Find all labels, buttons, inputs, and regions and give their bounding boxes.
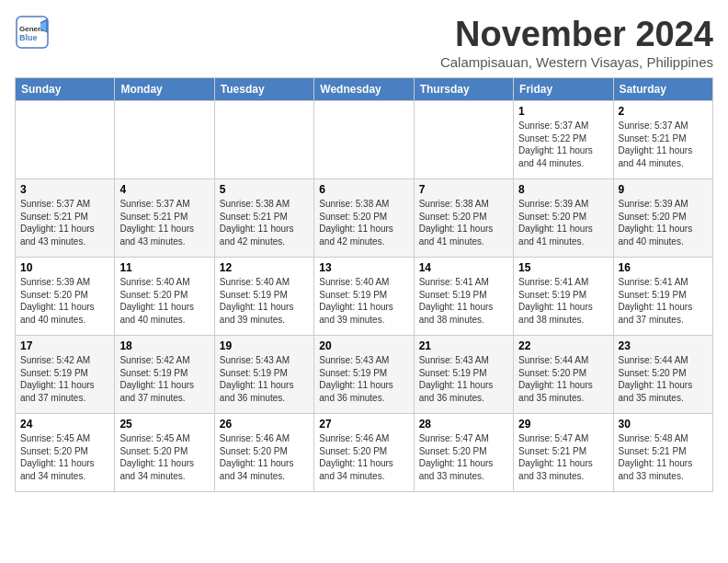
day-info: Sunrise: 5:47 AM Sunset: 5:21 PM Dayligh… [518, 432, 608, 482]
calendar-cell: 29Sunrise: 5:47 AM Sunset: 5:21 PM Dayli… [514, 414, 613, 492]
day-info: Sunrise: 5:37 AM Sunset: 5:22 PM Dayligh… [518, 120, 608, 169]
day-info: Sunrise: 5:43 AM Sunset: 5:19 PM Dayligh… [220, 354, 309, 404]
calendar-cell: 8Sunrise: 5:39 AM Sunset: 5:20 PM Daylig… [514, 179, 613, 258]
title-block: November 2024 Calampisauan, Western Visa… [440, 15, 713, 70]
day-number: 16 [619, 261, 708, 274]
page-header: General Blue November 2024 Calampisauan,… [15, 15, 713, 70]
calendar-cell: 17Sunrise: 5:42 AM Sunset: 5:19 PM Dayli… [16, 336, 115, 414]
day-header-thursday: Thursday [414, 78, 513, 101]
location-title: Calampisauan, Western Visayas, Philippin… [440, 54, 713, 70]
calendar-cell [214, 101, 313, 179]
day-number: 10 [20, 261, 109, 274]
day-info: Sunrise: 5:47 AM Sunset: 5:20 PM Dayligh… [419, 432, 508, 482]
day-info: Sunrise: 5:45 AM Sunset: 5:20 PM Dayligh… [119, 432, 209, 482]
day-info: Sunrise: 5:46 AM Sunset: 5:20 PM Dayligh… [220, 432, 309, 482]
calendar-cell [414, 101, 513, 179]
day-info: Sunrise: 5:41 AM Sunset: 5:19 PM Dayligh… [619, 276, 708, 326]
day-number: 25 [119, 418, 209, 431]
calendar-cell [16, 101, 115, 179]
calendar-cell: 21Sunrise: 5:43 AM Sunset: 5:19 PM Dayli… [414, 336, 513, 414]
calendar-cell: 28Sunrise: 5:47 AM Sunset: 5:20 PM Dayli… [414, 414, 513, 492]
day-info: Sunrise: 5:37 AM Sunset: 5:21 PM Dayligh… [119, 198, 209, 247]
day-info: Sunrise: 5:37 AM Sunset: 5:21 PM Dayligh… [619, 120, 708, 169]
day-number: 23 [619, 339, 708, 352]
day-number: 6 [319, 183, 408, 196]
calendar-cell: 1Sunrise: 5:37 AM Sunset: 5:22 PM Daylig… [514, 101, 613, 179]
day-info: Sunrise: 5:39 AM Sunset: 5:20 PM Dayligh… [619, 198, 708, 247]
day-number: 26 [220, 418, 309, 431]
day-info: Sunrise: 5:44 AM Sunset: 5:20 PM Dayligh… [518, 354, 608, 404]
logo-icon: General Blue [15, 15, 50, 53]
calendar-cell: 25Sunrise: 5:45 AM Sunset: 5:20 PM Dayli… [115, 414, 214, 492]
calendar-cell [314, 101, 414, 179]
day-number: 28 [419, 418, 508, 431]
day-info: Sunrise: 5:40 AM Sunset: 5:20 PM Dayligh… [119, 276, 209, 326]
calendar-cell: 20Sunrise: 5:43 AM Sunset: 5:19 PM Dayli… [314, 336, 414, 414]
calendar-cell: 10Sunrise: 5:39 AM Sunset: 5:20 PM Dayli… [16, 258, 115, 336]
calendar-cell: 2Sunrise: 5:37 AM Sunset: 5:21 PM Daylig… [613, 101, 712, 179]
day-header-sunday: Sunday [16, 78, 115, 101]
calendar-cell: 22Sunrise: 5:44 AM Sunset: 5:20 PM Dayli… [514, 336, 613, 414]
calendar-cell: 5Sunrise: 5:38 AM Sunset: 5:21 PM Daylig… [214, 179, 313, 258]
day-info: Sunrise: 5:39 AM Sunset: 5:20 PM Dayligh… [20, 276, 109, 326]
day-number: 21 [419, 339, 508, 352]
day-number: 4 [119, 183, 209, 196]
day-number: 13 [319, 261, 408, 274]
calendar-cell: 4Sunrise: 5:37 AM Sunset: 5:21 PM Daylig… [115, 179, 214, 258]
calendar-cell: 13Sunrise: 5:40 AM Sunset: 5:19 PM Dayli… [314, 258, 414, 336]
day-header-friday: Friday [514, 78, 613, 101]
calendar-cell: 26Sunrise: 5:46 AM Sunset: 5:20 PM Dayli… [214, 414, 313, 492]
day-info: Sunrise: 5:42 AM Sunset: 5:19 PM Dayligh… [20, 354, 109, 404]
day-number: 30 [619, 418, 708, 431]
day-info: Sunrise: 5:41 AM Sunset: 5:19 PM Dayligh… [419, 276, 508, 326]
svg-text:Blue: Blue [19, 33, 38, 42]
day-info: Sunrise: 5:39 AM Sunset: 5:20 PM Dayligh… [518, 198, 608, 247]
calendar-cell: 3Sunrise: 5:37 AM Sunset: 5:21 PM Daylig… [16, 179, 115, 258]
day-info: Sunrise: 5:43 AM Sunset: 5:19 PM Dayligh… [419, 354, 508, 404]
day-number: 17 [20, 339, 109, 352]
month-title: November 2024 [440, 15, 713, 54]
day-number: 15 [518, 261, 608, 274]
day-number: 11 [119, 261, 209, 274]
day-number: 24 [20, 418, 109, 431]
day-header-tuesday: Tuesday [214, 78, 313, 101]
day-info: Sunrise: 5:38 AM Sunset: 5:20 PM Dayligh… [319, 198, 408, 247]
day-number: 20 [319, 339, 408, 352]
calendar-cell: 27Sunrise: 5:46 AM Sunset: 5:20 PM Dayli… [314, 414, 414, 492]
calendar-cell: 11Sunrise: 5:40 AM Sunset: 5:20 PM Dayli… [115, 258, 214, 336]
day-info: Sunrise: 5:48 AM Sunset: 5:21 PM Dayligh… [619, 432, 708, 482]
day-number: 9 [619, 183, 708, 196]
day-number: 12 [220, 261, 309, 274]
day-info: Sunrise: 5:40 AM Sunset: 5:19 PM Dayligh… [319, 276, 408, 326]
day-number: 22 [518, 339, 608, 352]
calendar-cell: 6Sunrise: 5:38 AM Sunset: 5:20 PM Daylig… [314, 179, 414, 258]
day-number: 8 [518, 183, 608, 196]
logo: General Blue [15, 15, 50, 53]
day-header-monday: Monday [115, 78, 214, 101]
calendar-cell: 24Sunrise: 5:45 AM Sunset: 5:20 PM Dayli… [16, 414, 115, 492]
calendar-cell: 18Sunrise: 5:42 AM Sunset: 5:19 PM Dayli… [115, 336, 214, 414]
calendar-cell: 9Sunrise: 5:39 AM Sunset: 5:20 PM Daylig… [613, 179, 712, 258]
day-header-saturday: Saturday [613, 78, 712, 101]
day-number: 1 [518, 105, 608, 118]
day-info: Sunrise: 5:38 AM Sunset: 5:20 PM Dayligh… [419, 198, 508, 247]
day-number: 18 [119, 339, 209, 352]
calendar-table: SundayMondayTuesdayWednesdayThursdayFrid… [15, 77, 713, 492]
day-info: Sunrise: 5:37 AM Sunset: 5:21 PM Dayligh… [20, 198, 109, 247]
calendar-cell [115, 101, 214, 179]
day-number: 3 [20, 183, 109, 196]
day-info: Sunrise: 5:42 AM Sunset: 5:19 PM Dayligh… [119, 354, 209, 404]
day-info: Sunrise: 5:40 AM Sunset: 5:19 PM Dayligh… [220, 276, 309, 326]
day-info: Sunrise: 5:46 AM Sunset: 5:20 PM Dayligh… [319, 432, 408, 482]
day-info: Sunrise: 5:44 AM Sunset: 5:20 PM Dayligh… [619, 354, 708, 404]
day-number: 19 [220, 339, 309, 352]
calendar-cell: 30Sunrise: 5:48 AM Sunset: 5:21 PM Dayli… [613, 414, 712, 492]
day-info: Sunrise: 5:38 AM Sunset: 5:21 PM Dayligh… [220, 198, 309, 247]
day-number: 2 [619, 105, 708, 118]
day-info: Sunrise: 5:45 AM Sunset: 5:20 PM Dayligh… [20, 432, 109, 482]
day-info: Sunrise: 5:43 AM Sunset: 5:19 PM Dayligh… [319, 354, 408, 404]
day-header-wednesday: Wednesday [314, 78, 414, 101]
calendar-cell: 14Sunrise: 5:41 AM Sunset: 5:19 PM Dayli… [414, 258, 513, 336]
calendar-cell: 16Sunrise: 5:41 AM Sunset: 5:19 PM Dayli… [613, 258, 712, 336]
calendar-cell: 19Sunrise: 5:43 AM Sunset: 5:19 PM Dayli… [214, 336, 313, 414]
